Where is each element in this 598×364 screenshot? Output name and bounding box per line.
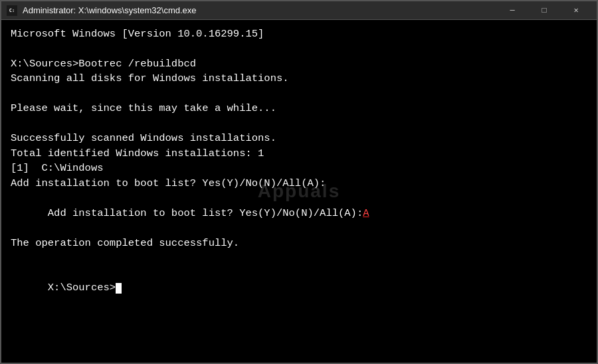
terminal-line-14 [11,250,587,265]
title-bar: Administrator: X:\windows\system32\cmd.e… [1,1,597,20]
terminal-line-12-text: Add installation to boot list? Yes(Y)/No… [48,207,363,219]
cmd-app-icon [7,5,17,16]
terminal-line-3: X:\Sources>Bootrec /rebuildbcd [11,56,587,71]
terminal-body: Appuals Microsoft Windows [Version 10.0.… [1,20,597,363]
terminal-line-10: [1] C:\Windows [11,161,587,175]
terminal-line-2 [11,41,587,56]
terminal-line-5 [11,86,587,101]
terminal-line-9: Total identified Windows installations: … [11,146,587,161]
terminal-line-11: Add installation to boot list? Yes(Y)/No… [11,176,587,191]
terminal-line-12-highlight: A [363,207,369,219]
cmd-window: Administrator: X:\windows\system32\cmd.e… [0,0,598,364]
terminal-prompt: X:\Sources> [48,282,116,294]
cmd-icon [7,5,17,16]
terminal-line-6: Please wait, since this may take a while… [11,101,587,116]
terminal-cursor [116,283,122,294]
minimize-button[interactable]: — [497,4,528,17]
title-bar-text: Administrator: X:\windows\system32\cmd.e… [23,5,492,15]
terminal-line-13: The operation completed successfully. [11,236,587,250]
close-button[interactable]: ✕ [561,4,591,17]
terminal-line-15: X:\Sources> [11,266,587,310]
maximize-button[interactable]: □ [529,4,559,17]
terminal-line-4: Scanning all disks for Windows installat… [11,71,587,86]
terminal-line-8: Successfully scanned Windows installatio… [11,131,587,145]
title-bar-buttons: — □ ✕ [497,4,591,17]
terminal-line-7 [11,116,587,131]
terminal-line-12: Add installation to boot list? Yes(Y)/No… [11,191,587,235]
terminal-line-1: Microsoft Windows [Version 10.0.16299.15… [11,27,587,41]
